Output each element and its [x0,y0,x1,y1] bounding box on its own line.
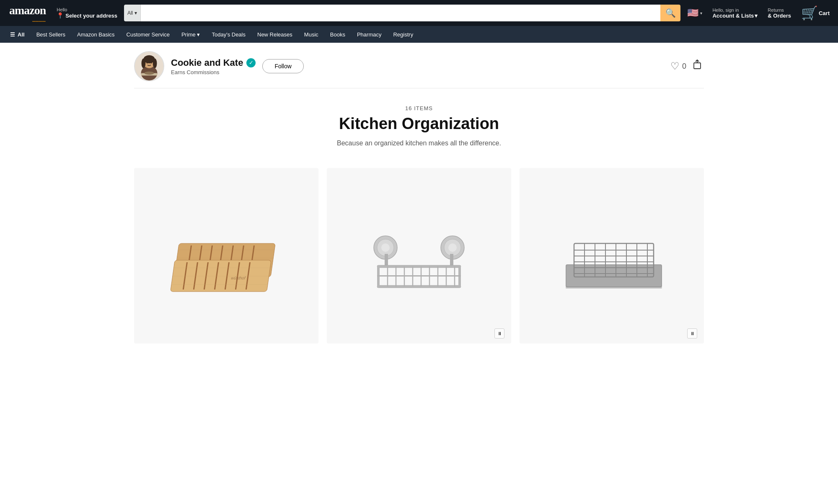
product-image-knife-block: wüsthof [134,168,318,344]
address-hello: Hello [57,7,117,12]
svg-point-37 [381,243,390,252]
svg-rect-72 [566,287,662,289]
hamburger-icon: ☰ [10,31,15,38]
avatar [134,51,164,81]
cart-button[interactable]: 🛒 Cart [798,3,833,23]
pause-icon: ⏸ [690,331,695,336]
product-card-knife-block[interactable]: wüsthof [134,168,318,344]
nav-pharmacy[interactable]: Pharmacy [352,28,387,41]
customer-service-label: Customer Service [127,31,170,38]
search-button[interactable]: 🔍 [660,5,680,21]
account-arrow-icon: ▾ [755,13,758,19]
influencer-name-row: Cookie and Kate ✓ [171,57,256,68]
nav-customer-service[interactable]: Customer Service [122,28,175,41]
logo-text: amazon [9,5,46,16]
cart-icon: 🛒 [801,5,818,21]
address-select-text: 📍 Select your address [57,12,117,19]
language-selector[interactable]: 🇺🇸 ▾ [684,5,706,21]
svg-rect-44 [377,285,461,288]
nav-prime[interactable]: Prime ▾ [176,28,205,41]
share-button[interactable] [693,59,704,73]
svg-rect-10 [694,63,701,69]
registry-label: Registry [393,31,413,38]
pharmacy-label: Pharmacy [357,31,382,38]
product-card-shower-caddy[interactable]: ⏸ [327,168,511,344]
products-grid: wüsthof [134,155,704,360]
svg-text:wüsthof: wüsthof [230,276,246,280]
cart-label: Cart [819,10,830,16]
svg-point-6 [147,62,148,64]
influencer-section: Cookie and Kate ✓ Earns Commissions Foll… [134,43,704,88]
product-card-dish-rack[interactable]: ⏸ [520,168,704,344]
earns-commissions-label: Earns Commissions [171,69,256,75]
nav-registry[interactable]: Registry [388,28,418,41]
all-menu-button[interactable]: ☰ All [5,28,30,41]
flag-icon: 🇺🇸 [687,8,698,18]
share-icon [693,59,704,70]
main-content: Cookie and Kate ✓ Earns Commissions Foll… [0,43,838,360]
nav-new-releases[interactable]: New Releases [252,28,297,41]
amazon-logo[interactable]: amazon ⎯⎯⎯⎯ [5,2,50,24]
returns-orders-menu[interactable]: Returns & Orders [764,5,794,21]
amazon-basics-label: Amazon Basics [77,31,115,38]
nav-bar: ☰ All Best Sellers Amazon Basics Custome… [0,26,838,43]
influencer-right: ♡ 0 [670,59,704,73]
svg-point-9 [144,72,154,75]
nav-books[interactable]: Books [325,28,350,41]
list-info: 16 ITEMS Kitchen Organization Because an… [134,88,704,155]
pause-icon: ⏸ [497,331,502,336]
nav-amazon-basics[interactable]: Amazon Basics [72,28,120,41]
search-input[interactable] [141,5,660,21]
all-label: All [18,31,25,38]
svg-rect-56 [377,275,461,277]
prime-label: Prime ▾ [181,31,200,38]
svg-point-4 [142,59,146,68]
returns-top: Returns [768,8,791,13]
returns-bottom: & Orders [768,13,791,19]
search-category-dropdown[interactable]: All ▾ [124,5,141,21]
pause-button[interactable]: ⏸ [687,328,697,339]
header: amazon ⎯⎯⎯⎯ Hello 📍 Select your address … [0,0,838,26]
account-greeting: Hello, sign in [712,8,758,13]
todays-deals-label: Today's Deals [212,31,246,38]
nav-music[interactable]: Music [299,28,323,41]
influencer-left: Cookie and Kate ✓ Earns Commissions Foll… [134,51,304,81]
svg-point-5 [153,59,157,68]
nav-best-sellers[interactable]: Best Sellers [31,28,70,41]
location-icon: 📍 [57,12,64,19]
pause-button[interactable]: ⏸ [494,328,504,339]
heart-count-value: 0 [682,62,686,71]
svg-rect-41 [385,254,388,266]
books-label: Books [330,31,345,38]
music-label: Music [304,31,318,38]
heart-icon: ♡ [670,60,680,72]
product-image-shower-caddy [327,168,511,344]
logo-smile-icon: ⎯⎯⎯⎯ [9,16,46,22]
best-sellers-label: Best Sellers [36,31,65,38]
items-count: 16 ITEMS [134,105,704,111]
svg-point-40 [448,243,457,252]
influencer-info: Cookie and Kate ✓ Earns Commissions [171,57,256,75]
follow-button[interactable]: Follow [262,59,303,73]
nav-todays-deals[interactable]: Today's Deals [207,28,251,41]
verified-badge: ✓ [246,58,256,67]
list-title: Kitchen Organization [134,115,704,133]
svg-rect-43 [377,265,461,268]
influencer-name: Cookie and Kate [171,57,243,68]
list-description: Because an organized kitchen makes all t… [134,140,704,147]
account-bottom: Account & Lists ▾ [712,13,758,19]
dropdown-arrow-icon: ▾ [134,10,137,16]
search-icon: 🔍 [665,8,676,18]
new-releases-label: New Releases [257,31,292,38]
product-image-dish-rack [520,168,704,344]
search-bar: All ▾ 🔍 [124,5,680,21]
flag-dropdown-icon: ▾ [700,11,702,16]
svg-rect-42 [450,254,453,266]
address-selector[interactable]: Hello 📍 Select your address [53,5,121,21]
heart-count: ♡ 0 [670,60,686,72]
svg-point-7 [150,62,152,64]
account-lists-menu[interactable]: Hello, sign in Account & Lists ▾ [709,5,761,21]
